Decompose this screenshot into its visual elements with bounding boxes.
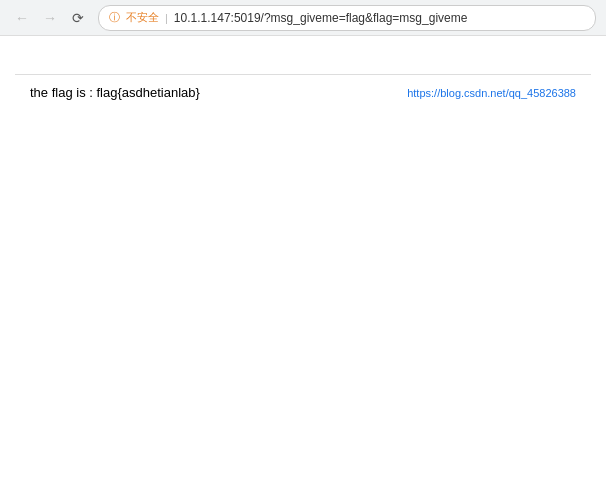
- csdn-link[interactable]: https://blog.csdn.net/qq_45826388: [407, 87, 576, 99]
- nav-buttons: ← → ⟳: [10, 6, 90, 30]
- address-bar[interactable]: ⓘ 不安全 | 10.1.1.147:5019/?msg_giveme=flag…: [98, 5, 596, 31]
- flag-output: the flag is : flag{asdhetianlab}: [30, 85, 200, 100]
- forward-button[interactable]: →: [38, 6, 62, 30]
- separator: |: [165, 12, 168, 24]
- bottom-bar: the flag is : flag{asdhetianlab} https:/…: [15, 81, 591, 104]
- refresh-button[interactable]: ⟳: [66, 6, 90, 30]
- code-block: [15, 46, 591, 66]
- divider: [15, 74, 591, 75]
- url-text: 10.1.1.147:5019/?msg_giveme=flag&flag=ms…: [174, 11, 468, 25]
- security-text: 不安全: [126, 10, 159, 25]
- page-content: the flag is : flag{asdhetianlab} https:/…: [0, 36, 606, 466]
- security-icon: ⓘ: [109, 10, 120, 25]
- back-button[interactable]: ←: [10, 6, 34, 30]
- browser-chrome: ← → ⟳ ⓘ 不安全 | 10.1.1.147:5019/?msg_givem…: [0, 0, 606, 36]
